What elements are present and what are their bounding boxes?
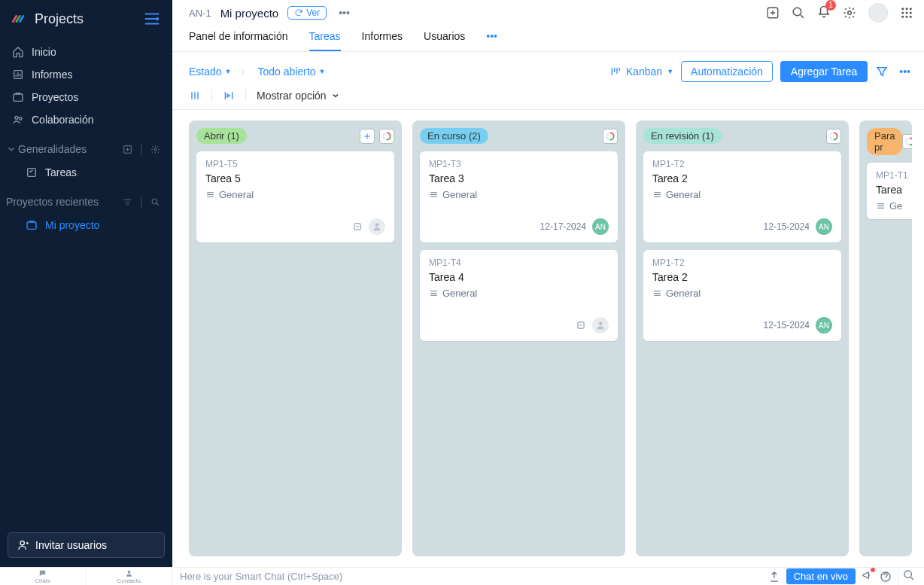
refresh-icon [294,8,303,17]
invite-label: Invitar usuarios [35,539,107,551]
home-icon [12,46,24,58]
kanban-card[interactable]: MP1-T4 Tarea 4 General [420,250,618,341]
svg-point-2 [15,116,18,119]
tab-more[interactable]: ••• [486,26,497,51]
smart-chat-placeholder[interactable]: Here is your Smart Chat (Ctrl+Space) [180,571,342,582]
more-menu[interactable]: ••• [896,62,913,81]
gear-icon[interactable] [843,6,856,20]
view-pill[interactable]: Ver [287,6,327,20]
card-code: MP1-T4 [429,257,609,268]
svg-point-13 [901,8,904,10]
zoom-icon-slot[interactable] [898,568,919,585]
svg-point-15 [910,8,912,10]
svg-point-20 [906,16,908,18]
search-icon[interactable] [792,6,805,20]
add-icon[interactable] [123,145,132,154]
show-option-dropdown[interactable]: Mostrar opción [257,90,340,102]
search-icon[interactable] [150,197,160,207]
footer-tab-chats[interactable]: Chats [0,568,87,585]
tab-usuarios[interactable]: Usuarios [424,26,465,51]
breadcrumb-code: AN-1 [189,8,211,19]
card-tag: General [652,187,832,200]
caret-down-icon: ▼ [667,68,673,75]
card-date: 12-15-2024 [764,221,810,232]
option-label: Mostrar opción [257,90,327,102]
sidebar-item-label: Informes [32,69,72,81]
filter-todo-abierto[interactable]: Todo abierto ▼ [258,66,326,78]
columns-icon[interactable] [189,90,201,102]
card-tag: General [205,187,385,200]
svg-point-27 [599,321,603,325]
card-title: Tarea 3 [429,172,609,184]
sidebar-item-mi-proyecto[interactable]: Mi proyecto [14,214,172,236]
tab-tareas[interactable]: Tareas [309,26,341,51]
column-menu[interactable] [826,129,841,144]
card-code: MP1-T2 [652,159,832,169]
svg-point-16 [901,12,904,14]
help-icon[interactable] [880,571,892,583]
collapse-icon[interactable] [223,90,235,102]
add-card-button[interactable]: ＋ [360,129,375,144]
notifications[interactable]: 1 [817,5,831,21]
kanban-column: En curso (2) MP1-T3 Tarea 3 General 12-1… [412,120,625,556]
avatar[interactable] [868,3,888,23]
column-menu[interactable] [902,134,912,149]
kanban-card[interactable]: MP1-T3 Tarea 3 General 12-17-2024AN [420,151,618,242]
svg-point-14 [906,8,908,10]
sidebar-item-inicio[interactable]: Inicio [0,41,172,63]
add-task-button[interactable]: Agregar Tarea [780,61,868,82]
sidebar-group-recientes[interactable]: Proyectos recientes | [0,191,172,211]
footer-tab-contacts[interactable]: Contacts [87,568,173,585]
column-menu[interactable] [603,129,618,144]
upload-icon[interactable] [768,571,780,583]
sidebar-item-label: Inicio [32,46,56,58]
svg-rect-1 [14,94,23,101]
svg-point-11 [793,8,801,16]
filter-icon[interactable] [123,197,132,207]
more-menu[interactable]: ••• [336,4,353,22]
automation-button[interactable]: Automatización [681,61,773,82]
live-chat-button[interactable]: Chat en vivo [786,568,856,584]
group-label: Generalidades [18,143,87,155]
brand[interactable]: Projects [11,11,84,27]
column-menu[interactable] [379,129,394,144]
footer: Chats Contacts Here is your Smart Chat (… [0,567,924,585]
sidebar-item-informes[interactable]: Informes [0,63,172,86]
sidebar-item-proyectos[interactable]: Proyectos [0,86,172,108]
card-tag: Ge [876,199,912,212]
sidebar-group-generalidades[interactable]: Generalidades | [0,139,172,158]
sidebar-item-label: Proyectos [32,91,78,103]
add-icon[interactable] [766,6,780,20]
apps-icon[interactable] [900,6,913,20]
card-code: MP1-T1 [876,170,912,181]
tab-panel-de-información[interactable]: Panel de información [189,26,288,51]
sidebar-item-colaboracion[interactable]: Colaboración [0,108,172,131]
kanban-card[interactable]: MP1-T5 Tarea 5 General [196,151,394,242]
announcement[interactable] [862,569,874,583]
invite-users-button[interactable]: Invitar usuarios [8,532,165,558]
filter-icon[interactable] [875,65,889,78]
topbar: AN-1 Mi proyecto Ver ••• 1 [172,0,924,23]
kanban-card[interactable]: MP1-T2 Tarea 2 General 12-15-2024AN [643,250,841,341]
sidebar-item-label: Tareas [45,166,77,178]
tab-informes[interactable]: Informes [362,26,403,51]
gear-icon[interactable] [150,145,160,154]
svg-point-29 [907,138,912,145]
kanban-card[interactable]: MP1-T2 Tarea 2 General 12-15-2024AN [643,151,841,242]
notif-badge: 1 [825,0,836,11]
card-title: Tarea 2 [652,271,832,283]
svg-point-21 [910,16,912,18]
sidebar-item-tareas[interactable]: Tareas [14,161,172,184]
megaphone-icon [862,569,874,581]
avatar: AN [592,218,609,235]
card-code: MP1-T5 [205,159,385,169]
view-kanban-dropdown[interactable]: Kanban ▼ [609,66,673,78]
caret-down-icon: ▼ [225,68,232,75]
footer-label: Chats [35,577,50,584]
menu-toggle-icon[interactable] [144,12,160,26]
svg-point-9 [20,541,24,545]
filter-estado[interactable]: Estado ▼ [189,66,232,78]
kanban-card[interactable]: MP1-T1 Tarea Ge [867,163,912,219]
card-title: Tarea 4 [429,271,609,283]
caret-down-icon: ▼ [319,68,326,75]
